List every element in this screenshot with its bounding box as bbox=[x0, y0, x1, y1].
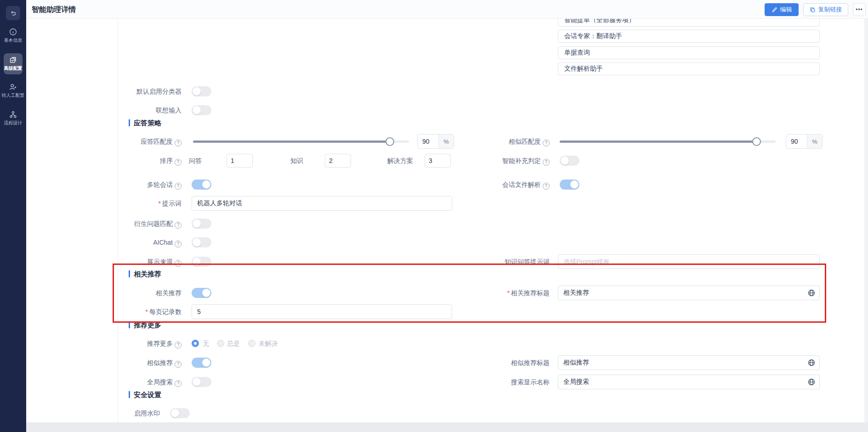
advanced-config-icon bbox=[0, 56, 26, 64]
similar-recommend-label: 相似推荐? bbox=[118, 358, 182, 367]
kb-prompt-label: 知识问答提示词 bbox=[469, 257, 550, 266]
list-item[interactable]: 文件解析助手 bbox=[558, 62, 820, 75]
agent-transfer-icon bbox=[0, 83, 26, 91]
list-item[interactable]: 会话专家：翻译助手 bbox=[558, 30, 820, 43]
help-icon[interactable]: ? bbox=[175, 140, 182, 146]
copy-link-button[interactable]: 复制链接 bbox=[803, 3, 848, 16]
show-source-toggle[interactable] bbox=[192, 257, 211, 267]
globe-icon[interactable] bbox=[808, 359, 815, 366]
help-icon[interactable]: ? bbox=[175, 222, 182, 229]
kb-prompt-input[interactable] bbox=[558, 254, 820, 269]
prompt-input[interactable] bbox=[192, 196, 452, 211]
sort-qa-label: 问答 bbox=[189, 156, 207, 165]
section-title-security: 安全设置 bbox=[134, 391, 161, 399]
page-header: 智能助理详情 编辑 复制链接 ••• bbox=[26, 0, 868, 19]
page-size-label: *每页记录数 bbox=[118, 307, 182, 316]
related-toggle[interactable] bbox=[192, 288, 211, 298]
help-icon[interactable]: ? bbox=[175, 183, 182, 190]
list-item[interactable]: 单据查询 bbox=[558, 46, 820, 59]
config-sidebar bbox=[26, 19, 118, 422]
slider-handle[interactable] bbox=[386, 137, 394, 146]
more-button[interactable]: ••• bbox=[853, 3, 866, 16]
show-source-label: 展示来源? bbox=[118, 257, 182, 266]
recommend-mode-label: 推荐更多? bbox=[118, 339, 182, 348]
assoc-input-toggle[interactable] bbox=[192, 105, 211, 115]
vertical-scrollbar[interactable] bbox=[864, 19, 868, 422]
global-search-label: 全局搜索? bbox=[118, 377, 182, 387]
rail-item-flow-design[interactable]: 流程设计 bbox=[0, 111, 26, 126]
sort-label: 排序? bbox=[118, 156, 182, 165]
default-classifier-label: 默认启用分类器 bbox=[118, 87, 182, 96]
smart-supplement-toggle[interactable] bbox=[560, 156, 579, 166]
similar-title-input[interactable] bbox=[558, 355, 820, 370]
radio-unsolved-label: 未解决 bbox=[259, 339, 278, 348]
session-file-parse-label: 会话文件解析? bbox=[469, 180, 550, 189]
help-icon[interactable]: ? bbox=[543, 140, 550, 146]
search-name-input[interactable] bbox=[558, 375, 820, 389]
multi-turn-toggle[interactable] bbox=[192, 180, 211, 190]
radio-always[interactable] bbox=[217, 340, 224, 347]
watermark-label: 启用水印 bbox=[118, 409, 160, 418]
section-bar bbox=[129, 391, 130, 398]
help-icon[interactable]: ? bbox=[175, 380, 182, 387]
slider-handle[interactable] bbox=[752, 137, 761, 146]
back-button[interactable] bbox=[6, 6, 20, 20]
app-window: 智能提单（全部服务项） 会话专家：翻译助手 单据查询 文件解析助手 默认启用分类… bbox=[0, 0, 868, 432]
similar-degree-value[interactable]: 90 bbox=[786, 135, 807, 148]
help-icon[interactable]: ? bbox=[543, 183, 550, 190]
assoc-input-label: 联想输入 bbox=[118, 106, 182, 115]
section-title-related: 相关推荐 bbox=[134, 270, 161, 278]
info-icon bbox=[0, 28, 26, 36]
search-name-label: 搜索显示名称 bbox=[469, 377, 550, 387]
aichat-label: AIChat? bbox=[118, 238, 182, 247]
section-bar bbox=[129, 321, 130, 328]
page-size-input[interactable] bbox=[192, 304, 452, 319]
section-bar bbox=[129, 270, 130, 277]
radio-none-label: 无 bbox=[203, 339, 209, 348]
match-degree-input[interactable]: 90 % bbox=[417, 134, 454, 149]
rail-item-advanced-config[interactable]: 高级配置 bbox=[0, 56, 26, 72]
session-file-parse-toggle[interactable] bbox=[560, 180, 579, 190]
help-icon[interactable]: ? bbox=[175, 241, 182, 247]
copy-icon bbox=[810, 7, 816, 13]
sort-solution-input[interactable] bbox=[425, 154, 451, 168]
match-degree-slider[interactable] bbox=[193, 140, 409, 143]
radio-unsolved[interactable] bbox=[248, 340, 255, 347]
related-title-input[interactable] bbox=[558, 286, 820, 300]
sort-qa-input[interactable] bbox=[227, 154, 253, 168]
prompt-label: *提示词 bbox=[118, 199, 182, 208]
related-toggle-label: 相关推荐 bbox=[118, 288, 182, 297]
sort-knowledge-input[interactable] bbox=[325, 154, 351, 168]
sort-knowledge-label: 知识 bbox=[290, 156, 309, 165]
help-icon[interactable]: ? bbox=[175, 260, 182, 267]
similar-degree-slider[interactable] bbox=[560, 140, 776, 143]
percent-unit: % bbox=[807, 135, 822, 148]
nav-rail: 基本信息 高级配置 转人工配置 流程设计 bbox=[0, 0, 26, 432]
rail-item-basic-info[interactable]: 基本信息 bbox=[0, 28, 26, 44]
sort-solution-label: 解决方案 bbox=[387, 156, 420, 165]
radio-none[interactable] bbox=[192, 340, 199, 347]
smart-supplement-label: 智能补充判定? bbox=[469, 156, 550, 165]
help-icon[interactable]: ? bbox=[175, 159, 182, 166]
ellipsis-icon: ••• bbox=[856, 6, 863, 13]
rail-item-agent-transfer[interactable]: 转人工配置 bbox=[0, 83, 26, 99]
default-classifier-toggle[interactable] bbox=[192, 86, 211, 96]
global-search-toggle[interactable] bbox=[192, 377, 211, 387]
match-degree-value[interactable]: 90 bbox=[418, 135, 438, 148]
edit-button[interactable]: 编辑 bbox=[765, 3, 799, 16]
related-title-label: *相关推荐标题 bbox=[469, 288, 550, 297]
help-icon[interactable]: ? bbox=[543, 159, 550, 166]
percent-unit: % bbox=[438, 135, 454, 148]
similar-recommend-toggle[interactable] bbox=[192, 358, 211, 368]
help-icon[interactable]: ? bbox=[175, 361, 182, 368]
similar-degree-input[interactable]: 90 % bbox=[786, 134, 823, 149]
watermark-toggle[interactable] bbox=[170, 408, 190, 418]
page-title: 智能助理详情 bbox=[32, 5, 76, 15]
bottom-scroll-strip bbox=[26, 422, 868, 432]
slider-fill bbox=[560, 140, 756, 143]
derived-match-toggle[interactable] bbox=[192, 219, 211, 229]
globe-icon[interactable] bbox=[808, 378, 815, 386]
globe-icon[interactable] bbox=[808, 289, 815, 297]
help-icon[interactable]: ? bbox=[175, 342, 182, 348]
aichat-toggle[interactable] bbox=[192, 237, 211, 247]
